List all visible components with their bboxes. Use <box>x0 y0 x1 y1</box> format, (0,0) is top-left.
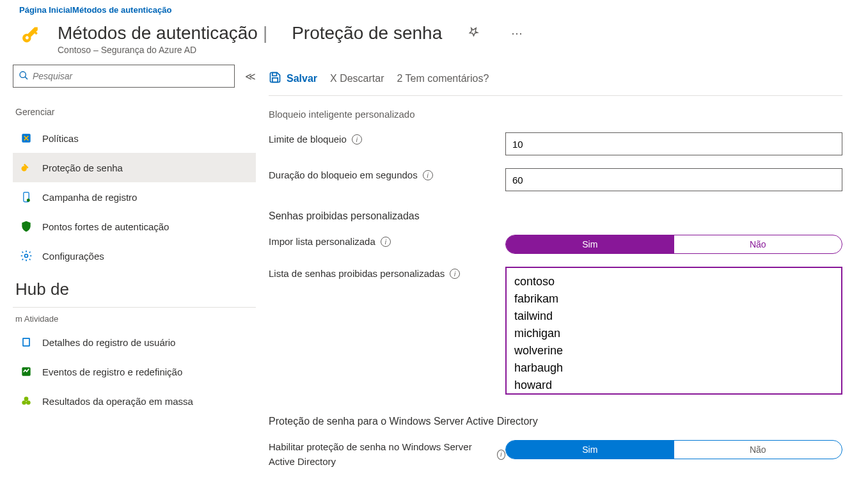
svg-point-11 <box>22 400 26 405</box>
sidebar-item-policies[interactable]: Políticas <box>13 123 256 153</box>
svg-point-6 <box>27 199 30 202</box>
policies-icon <box>19 131 33 145</box>
nav-hub-title: Hub de <box>13 271 256 304</box>
lockout-duration-input[interactable] <box>505 168 842 191</box>
svg-rect-14 <box>272 73 277 76</box>
phone-icon <box>19 190 33 204</box>
sidebar-item-password-protection[interactable]: Proteção de senha <box>13 153 256 182</box>
sidebar-item-bulk-results[interactable]: Resultados da operação em massa <box>13 386 256 416</box>
feedback-button[interactable]: 2 Tem comentários? <box>397 73 489 84</box>
sidebar-item-label: Configurações <box>42 251 104 262</box>
cluster-icon <box>19 394 33 408</box>
lockout-duration-label: Duração do bloqueio em segundos i <box>269 168 505 183</box>
banned-list-label: Lista de senhas proibidas personalizadas… <box>269 267 505 281</box>
toggle-yes[interactable]: Sim <box>506 441 674 459</box>
sidebar-item-events[interactable]: Eventos de registro e redefinição <box>13 357 256 386</box>
main-content: Salvar X Descartar 2 Tem comentários? Bl… <box>256 65 855 475</box>
info-icon[interactable]: i <box>423 170 433 180</box>
page-header: Métodos de autenticação| Proteção de sen… <box>0 20 868 65</box>
key-icon <box>19 23 45 49</box>
search-input[interactable] <box>29 71 229 81</box>
sidebar-item-label: Eventos de registro e redefinição <box>42 366 182 377</box>
nav-hub-sub: m Atividade <box>13 307 256 327</box>
svg-point-13 <box>24 397 29 401</box>
breadcrumb-home[interactable]: Página Inicial <box>19 5 72 15</box>
enforce-list-label: Impor lista personalizada i <box>269 235 505 249</box>
sidebar-item-label: Proteção de senha <box>42 162 123 173</box>
nav-group-manage: Gerenciar <box>13 100 256 123</box>
toolbar: Salvar X Descartar 2 Tem comentários? <box>269 65 842 96</box>
enable-winserver-label: Habilitar proteção de senha no Windows S… <box>269 440 505 469</box>
info-icon[interactable]: i <box>497 450 505 460</box>
sidebar-item-label: Detalhes do registro de usuário <box>42 337 175 348</box>
save-button[interactable]: Salvar <box>269 71 317 86</box>
svg-point-7 <box>25 255 28 258</box>
sidebar-item-auth-strengths[interactable]: Pontos fortes de autenticação <box>13 212 256 241</box>
discard-button[interactable]: X Descartar <box>330 73 384 84</box>
book-icon <box>19 335 33 349</box>
toggle-no[interactable]: Não <box>674 441 842 459</box>
sidebar-item-label: Resultados da operação em massa <box>42 396 193 407</box>
shield-icon <box>19 219 33 233</box>
search-box[interactable] <box>13 65 235 88</box>
sidebar-item-user-registration[interactable]: Detalhes do registro de usuário <box>13 327 256 357</box>
key-icon <box>19 161 33 175</box>
pin-icon[interactable] <box>461 26 485 41</box>
save-icon <box>269 71 281 86</box>
activity-icon <box>19 365 33 379</box>
sidebar: ≪ Gerenciar Políticas Proteção de senha … <box>13 65 256 475</box>
info-icon[interactable]: i <box>450 269 460 279</box>
section-lockout: Bloqueio inteligente personalizado <box>269 96 842 126</box>
search-icon <box>19 70 29 83</box>
svg-line-1 <box>25 77 28 79</box>
breadcrumb: Página InicialMétodos de autenticação <box>0 0 868 20</box>
more-icon[interactable]: ⋯ <box>505 26 529 40</box>
lockout-threshold-label: Limite de bloqueio i <box>269 132 505 147</box>
sidebar-item-settings[interactable]: Configurações <box>13 241 256 271</box>
sidebar-item-label: Campanha de registro <box>42 192 137 203</box>
section-banned: Senhas proibidas personalizadas <box>269 198 842 228</box>
breadcrumb-current[interactable]: Métodos de autenticação <box>72 5 171 15</box>
enable-winserver-toggle[interactable]: Sim Não <box>505 440 842 459</box>
section-winserver: Proteção de senha para o Windows Server … <box>269 403 842 434</box>
svg-rect-15 <box>272 78 278 83</box>
banned-list-textarea[interactable] <box>505 267 842 395</box>
toggle-yes[interactable]: Sim <box>506 235 674 253</box>
lockout-threshold-input[interactable] <box>505 132 842 155</box>
svg-point-12 <box>26 400 31 405</box>
sidebar-item-registration[interactable]: Campanha de registro <box>13 182 256 212</box>
page-title: Métodos de autenticação| Proteção de sen… <box>58 23 849 43</box>
gear-icon <box>19 249 33 263</box>
collapse-icon[interactable]: ≪ <box>245 70 256 83</box>
svg-point-0 <box>20 72 26 77</box>
sidebar-item-label: Políticas <box>42 133 79 144</box>
page-subtitle: Contoso – Segurança do Azure AD <box>58 45 849 55</box>
sidebar-item-label: Pontos fortes de autenticação <box>42 221 169 232</box>
enforce-list-toggle[interactable]: Sim Não <box>505 235 842 254</box>
info-icon[interactable]: i <box>381 237 391 247</box>
svg-rect-9 <box>24 339 29 345</box>
info-icon[interactable]: i <box>352 134 362 145</box>
toggle-no[interactable]: Não <box>674 235 842 253</box>
